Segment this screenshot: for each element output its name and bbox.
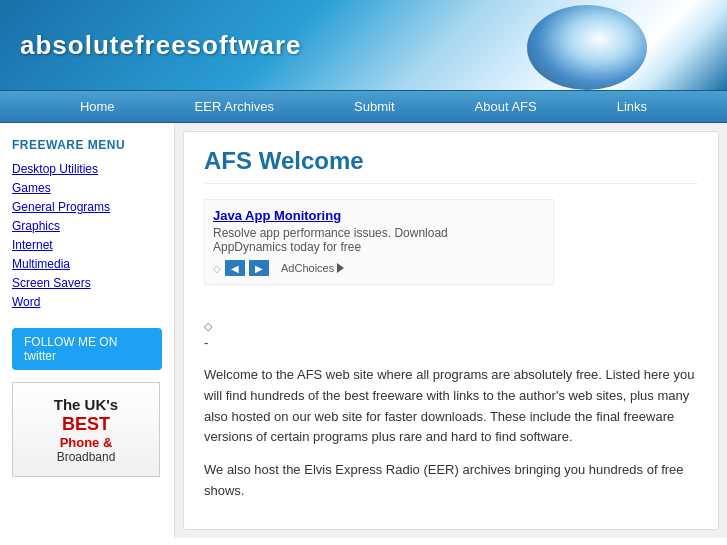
nav-home[interactable]: Home xyxy=(40,91,155,122)
ad-choices-label: AdChoices xyxy=(281,262,334,274)
page-heading: AFS Welcome xyxy=(204,147,698,184)
ad-next-button[interactable]: ▶ xyxy=(249,260,269,276)
ad-choices: AdChoices xyxy=(281,262,344,274)
ad-sidebar-line4: Broadband xyxy=(57,450,116,464)
sidebar-title: FREEWARE MENU xyxy=(12,138,162,152)
sidebar-link-internet[interactable]: Internet xyxy=(12,238,162,252)
ad-sidebar-line3: Phone & xyxy=(60,435,113,450)
sidebar-link-screensavers[interactable]: Screen Savers xyxy=(12,276,162,290)
twitter-follow-button[interactable]: FOLLOW ME ON twitter xyxy=(12,328,162,370)
twitter-prefix: FOLLOW ME ON xyxy=(24,335,117,349)
nav-submit[interactable]: Submit xyxy=(314,91,434,122)
ad-prev-button[interactable]: ◀ xyxy=(225,260,245,276)
content-spacer xyxy=(204,300,698,320)
ad-choices-icon xyxy=(337,263,344,273)
navbar: Home EER Archives Submit About AFS Links xyxy=(0,90,727,123)
ad-sidebar-line2: BEST xyxy=(62,414,110,435)
ad-sidebar-line1: The UK's xyxy=(54,396,118,414)
main-layout: FREEWARE MENU Desktop Utilities Games Ge… xyxy=(0,123,727,538)
sidebar-advertisement: The UK's BEST Phone & Broadband xyxy=(12,382,160,477)
twitter-suffix: twitter xyxy=(24,349,56,363)
content-arrow: ◇ xyxy=(204,320,698,333)
sidebar-link-desktop[interactable]: Desktop Utilities xyxy=(12,162,162,176)
welcome-paragraph-1: Welcome to the AFS web site where all pr… xyxy=(204,365,698,448)
nav-links[interactable]: Links xyxy=(577,91,687,122)
site-title: absolutefreesoftware xyxy=(20,30,302,61)
nav-eer[interactable]: EER Archives xyxy=(155,91,314,122)
site-header: absolutefreesoftware xyxy=(0,0,727,90)
sidebar-link-general[interactable]: General Programs xyxy=(12,200,162,214)
ad-diamond-icon: ◇ xyxy=(213,263,221,274)
content-advertisement: Java App Monitoring Resolve app performa… xyxy=(204,199,554,285)
sidebar: FREEWARE MENU Desktop Utilities Games Ge… xyxy=(0,123,175,538)
ad-link[interactable]: Java App Monitoring xyxy=(213,208,341,223)
sidebar-link-graphics[interactable]: Graphics xyxy=(12,219,162,233)
ad-description: Resolve app performance issues. Download… xyxy=(213,226,545,254)
welcome-paragraph-2: We also host the Elvis Express Radio (EE… xyxy=(204,460,698,502)
sidebar-link-multimedia[interactable]: Multimedia xyxy=(12,257,162,271)
main-content: AFS Welcome Java App Monitoring Resolve … xyxy=(183,131,719,530)
sidebar-link-games[interactable]: Games xyxy=(12,181,162,195)
nav-about[interactable]: About AFS xyxy=(435,91,577,122)
ad-controls: ◇ ◀ ▶ AdChoices xyxy=(213,260,545,276)
sidebar-link-word[interactable]: Word xyxy=(12,295,162,309)
content-dash: - xyxy=(204,335,698,350)
